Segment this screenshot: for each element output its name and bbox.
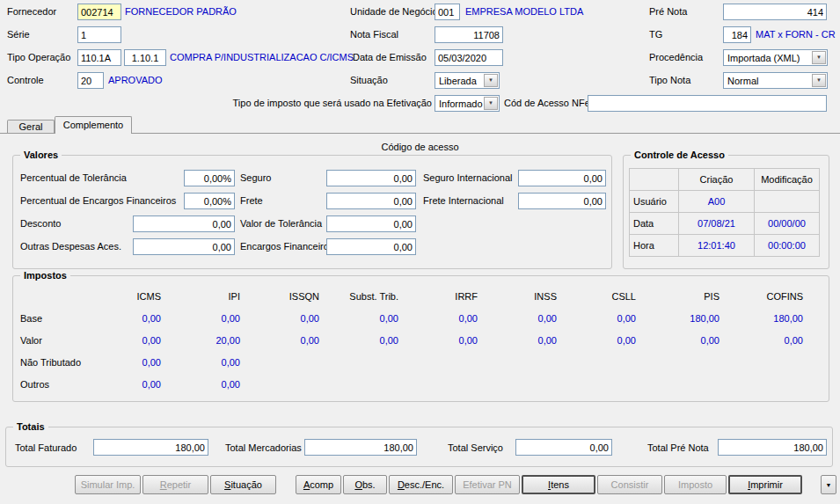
- controle-acesso-title: Controle de Acesso: [631, 150, 728, 160]
- imprimir-button[interactable]: Imprimir: [728, 475, 802, 494]
- impostos-cell: 0,00: [398, 307, 478, 329]
- impostos-column-header: ICMS: [82, 285, 161, 307]
- pre-nota-window: Fornecedor FORNECEDOR PADRÃO Unidade de …: [0, 0, 840, 504]
- controle-acesso-cell: 00:00:00: [755, 235, 820, 257]
- acomp-button[interactable]: Acomp: [296, 475, 341, 494]
- total-faturado-input[interactable]: [93, 439, 208, 456]
- impostos-column-header: Subst. Trib.: [319, 285, 398, 307]
- impostos-row-label: Base: [20, 307, 82, 329]
- perc-tolerancia-input[interactable]: [184, 170, 235, 186]
- frete-input[interactable]: [326, 193, 416, 209]
- impostos-row-label: Outros: [20, 373, 82, 395]
- tipo-operacao-label: Tipo Operação: [7, 52, 70, 63]
- controle-acesso-cell: 07/08/21: [679, 213, 755, 235]
- nota-fiscal-input[interactable]: [435, 26, 503, 43]
- tg-label: TG: [649, 29, 662, 40]
- unidade-negocio-label: Unidade de Negócio: [350, 6, 438, 18]
- situacao-button[interactable]: Situação: [210, 475, 276, 494]
- impostos-column-header: INSS: [478, 285, 557, 307]
- tipo-imposto-label: Tipo de imposto que será usado na Efetiv…: [233, 98, 432, 109]
- fornecedor-code-input[interactable]: [77, 4, 121, 20]
- tipo-nota-label: Tipo Nota: [649, 75, 690, 86]
- perc-tolerancia-label: Percentual de Tolerância: [20, 172, 127, 184]
- desc-enc-button[interactable]: Desc./Enc.: [389, 475, 453, 494]
- impostos-cell: [319, 351, 398, 373]
- tipo-imposto-selected-value: Informado: [439, 99, 483, 109]
- dropdown-arrow-icon: ▼: [484, 74, 498, 87]
- tab-complemento[interactable]: Complemento: [55, 116, 132, 134]
- procedencia-select[interactable]: Importada (XML) ▼: [723, 49, 828, 66]
- impostos-table: ICMS IPI ISSQN Subst. Trib. IRRF INSS CS…: [20, 285, 803, 395]
- impostos-cell: 0,00: [478, 307, 557, 329]
- total-servico-input[interactable]: [515, 439, 612, 456]
- controle-code-input[interactable]: [77, 72, 104, 89]
- encargos-financeiros-label: Encargos Financeiros: [240, 241, 333, 252]
- seguro-input[interactable]: [326, 170, 416, 186]
- table-row: Valor 0,00 20,00 0,00 0,00 0,00 0,00 0,0…: [20, 329, 803, 351]
- impostos-cell: 0,00: [161, 351, 240, 373]
- desconto-label: Desconto: [20, 218, 61, 230]
- controle-acesso-table: Criação Modificação Usuário A00 Data 07/…: [629, 168, 820, 257]
- outras-despesas-input[interactable]: [133, 238, 235, 255]
- more-actions-button[interactable]: ▼: [821, 475, 836, 494]
- frete-label: Frete: [240, 195, 263, 207]
- table-row: Usuário A00: [630, 191, 820, 213]
- impostos-groupbox: Impostos ICMS IPI ISSQN Subst. Trib. IRR…: [12, 275, 829, 402]
- fornecedor-description: FORNECEDOR PADRÃO: [125, 6, 237, 18]
- desconto-input[interactable]: [133, 215, 235, 232]
- outras-despesas-label: Outras Despesas Aces.: [20, 241, 121, 252]
- dropdown-arrow-icon: ▼: [812, 51, 826, 64]
- seguro-internacional-input[interactable]: [518, 170, 606, 186]
- total-pre-nota-input[interactable]: [718, 439, 827, 456]
- data-emissao-label: Data de Emissão: [353, 52, 427, 63]
- itens-button[interactable]: Itens: [522, 475, 595, 494]
- cod-acesso-nfe-input[interactable]: [588, 95, 827, 112]
- impostos-cell: 0,00: [82, 307, 161, 329]
- tipo-imposto-select[interactable]: Informado ▼: [435, 95, 500, 112]
- pre-nota-label: Pré Nota: [649, 6, 687, 18]
- impostos-cell: 0,00: [240, 329, 319, 351]
- controle-acesso-row-label: Data: [630, 213, 679, 235]
- total-mercadorias-input[interactable]: [304, 439, 417, 456]
- controle-acesso-row-label: Usuário: [630, 191, 679, 213]
- tipo-operacao-code2-input[interactable]: [124, 49, 166, 66]
- perc-encargos-input[interactable]: [184, 193, 235, 209]
- tab-geral[interactable]: Geral: [7, 120, 55, 133]
- impostos-cell: 0,00: [319, 329, 398, 351]
- repetir-button: Repetir: [142, 475, 208, 494]
- controle-acesso-col-modificacao: Modificação: [755, 169, 820, 191]
- valor-tolerancia-label: Valor de Tolerância: [240, 218, 322, 230]
- action-button-bar: Simular Imp. Repetir Situação Acomp Obs.…: [75, 475, 836, 494]
- table-row: Data 07/08/21 00/00/00: [630, 213, 820, 235]
- data-emissao-input[interactable]: [435, 49, 503, 66]
- serie-input[interactable]: [77, 26, 121, 43]
- tg-code-input[interactable]: [723, 26, 751, 43]
- encargos-financeiros-input[interactable]: [326, 238, 416, 255]
- impostos-cell: [319, 373, 398, 395]
- controle-acesso-cell: 12:01:40: [679, 235, 755, 257]
- controle-acesso-corner-cell: [630, 169, 679, 191]
- controle-description: APROVADO: [108, 75, 163, 86]
- tipo-operacao-code1-input[interactable]: [77, 49, 121, 66]
- impostos-cell: 0,00: [82, 329, 161, 351]
- tipo-nota-select[interactable]: Normal ▼: [723, 72, 828, 89]
- impostos-cell: 0,00: [398, 329, 478, 351]
- impostos-cell: 0,00: [82, 373, 161, 395]
- impostos-cell: 0,00: [319, 307, 398, 329]
- valores-title: Valores: [20, 150, 62, 160]
- dropdown-arrow-icon: ▼: [826, 482, 832, 488]
- valor-tolerancia-input[interactable]: [326, 215, 416, 232]
- impostos-cell: 0,00: [557, 307, 636, 329]
- obs-button[interactable]: Obs.: [343, 475, 387, 494]
- consistir-button: Consistir: [597, 475, 662, 494]
- total-faturado-label: Total Faturado: [15, 442, 77, 454]
- frete-internacional-input[interactable]: [518, 193, 606, 209]
- impostos-cell: [478, 373, 557, 395]
- unidade-negocio-code-input[interactable]: [435, 4, 460, 20]
- impostos-cell: [636, 351, 719, 373]
- fornecedor-label: Fornecedor: [7, 6, 56, 18]
- situacao-select[interactable]: Liberada ▼: [435, 72, 500, 89]
- total-servico-label: Total Serviço: [448, 442, 503, 454]
- controle-acesso-col-criacao: Criação: [679, 169, 755, 191]
- pre-nota-input[interactable]: [723, 4, 827, 20]
